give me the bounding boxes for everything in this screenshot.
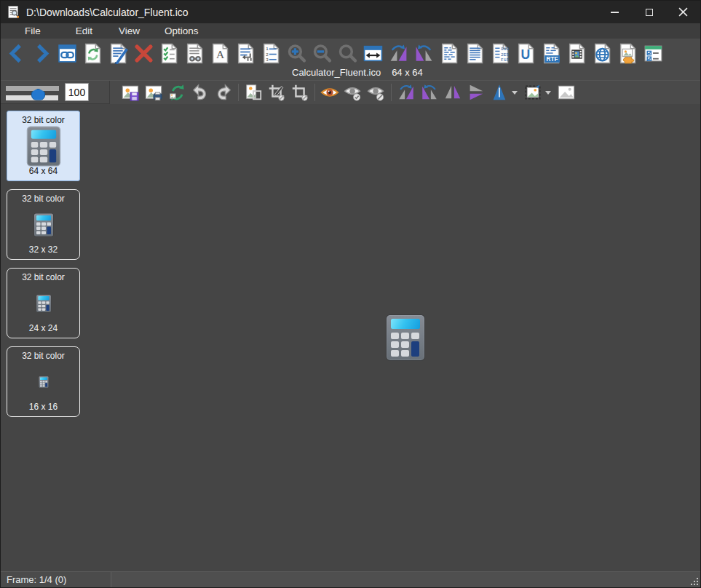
crop-alt-icon [290, 83, 309, 102]
plain-image-icon [557, 83, 576, 102]
font-document-icon: A [210, 43, 231, 64]
zoom-in-button[interactable] [284, 41, 309, 65]
titlebar: D:\Downloads\Calculator_Fluent.ico [1, 1, 700, 23]
caption-dimensions: 64 x 64 [392, 67, 423, 78]
save-image-button[interactable] [119, 82, 142, 103]
image-canvas[interactable] [110, 104, 700, 571]
media-mode-button[interactable] [564, 41, 590, 65]
hide-image-button[interactable] [365, 82, 388, 103]
resize-grip-icon[interactable] [689, 576, 698, 585]
frame-thumbnail-24[interactable]: 32 bit color 24 x 24 [7, 268, 80, 338]
plugins-mode-button[interactable] [615, 41, 641, 65]
close-button[interactable] [666, 1, 700, 23]
fit-to-window-button[interactable] [360, 41, 386, 65]
main-toolbar: A 1 2 3 [1, 39, 700, 80]
dropdown-caret-icon[interactable] [545, 91, 551, 95]
frame-size: 24 x 24 [7, 323, 79, 333]
export-image-button[interactable] [142, 82, 165, 103]
follow-link-button[interactable] [55, 41, 80, 65]
unicode-mode-button[interactable]: U [513, 41, 539, 65]
main-area: 32 bit color 64 x 64 32 bit co [1, 104, 700, 571]
rotate-right-button[interactable] [411, 41, 437, 65]
svg-text:F1F: F1F [501, 57, 509, 63]
minimize-icon [611, 12, 619, 13]
frame-status: Frame: 1/4 (0) [1, 572, 111, 587]
options-button[interactable] [641, 41, 666, 65]
flip-vertical-button[interactable] [464, 82, 488, 103]
rotate-right-icon [413, 43, 435, 64]
delete-file-button[interactable] [131, 41, 157, 65]
zoom-panel [1, 81, 110, 104]
calculator-screen [391, 319, 420, 329]
redo-button[interactable] [212, 82, 235, 103]
rtf-mode-button[interactable]: RTF [539, 41, 564, 65]
wrap-document-icon [235, 43, 256, 64]
sharpen-button[interactable] [488, 82, 511, 103]
menu-view[interactable]: View [119, 25, 140, 36]
flip-horizontal-button[interactable] [441, 82, 464, 103]
menu-file[interactable]: File [25, 25, 41, 36]
view-options-button[interactable] [341, 82, 365, 103]
zoom-slider-track [6, 86, 59, 91]
minimize-button[interactable] [598, 1, 632, 23]
zoom-value-input[interactable] [65, 83, 89, 101]
selection-tool-button[interactable] [521, 82, 544, 103]
dropdown-caret-icon[interactable] [512, 91, 518, 95]
line-numbers-button[interactable]: 1 2 3 [258, 41, 284, 65]
frame-thumbnail-64[interactable]: 32 bit color 64 x 64 [7, 111, 80, 181]
rotate-left-button[interactable] [386, 41, 411, 65]
window-controls [598, 1, 700, 23]
rotate-left-icon [388, 43, 409, 64]
image-properties-button[interactable] [555, 82, 578, 103]
calculator-image [387, 315, 424, 360]
maximize-button[interactable] [632, 1, 666, 23]
word-wrap-button[interactable] [233, 41, 258, 65]
crop-button[interactable] [265, 82, 288, 103]
rotate-image-right-button[interactable] [418, 82, 441, 103]
font-button[interactable]: A [207, 41, 233, 65]
zoom-custom-button[interactable] [335, 41, 360, 65]
sharpen-icon [490, 83, 509, 102]
frame-thumbnail-16[interactable]: 32 bit color 16 x 16 [7, 346, 80, 417]
crop-selection-button[interactable] [288, 82, 312, 103]
save-image-icon [121, 83, 140, 102]
flip-horizontal-icon [443, 83, 462, 102]
reload-file-button[interactable] [80, 41, 106, 65]
statusbar: Frame: 1/4 (0) [1, 571, 700, 587]
back-button[interactable] [4, 41, 29, 65]
menu-options[interactable]: Options [165, 25, 199, 36]
reload-document-icon [82, 43, 103, 64]
plain-text-mode-button[interactable] [462, 41, 488, 65]
fit-width-icon [363, 43, 384, 64]
hex-mode-button[interactable]: 010 2E5 F1F [488, 41, 513, 65]
show-image-button[interactable] [318, 82, 341, 103]
rotate-image-left-button[interactable] [395, 82, 418, 103]
svg-text:010: 010 [501, 47, 509, 52]
window-title: D:\Downloads\Calculator_Fluent.ico [26, 7, 189, 18]
zoom-out-icon [312, 43, 333, 64]
forward-button[interactable] [29, 41, 55, 65]
zoom-slider[interactable] [6, 84, 60, 101]
frame-thumbnail-32[interactable]: 32 bit color 32 x 32 [7, 189, 80, 260]
file-list-button[interactable] [157, 41, 182, 65]
text-mode-button[interactable] [437, 41, 462, 65]
canvas-size-button[interactable] [242, 82, 265, 103]
find-document-icon [184, 43, 205, 64]
toolbar-separator [391, 84, 392, 101]
edit-file-button[interactable] [106, 41, 131, 65]
internet-mode-button[interactable] [590, 41, 615, 65]
calculator-keys [31, 141, 55, 162]
delete-icon [133, 43, 154, 64]
selection-image-icon [523, 83, 542, 102]
calculator-icon [36, 295, 51, 312]
edit-document-icon [108, 43, 129, 64]
reload-image-button[interactable] [165, 82, 189, 103]
find-button[interactable] [182, 41, 207, 65]
menu-edit[interactable]: Edit [76, 25, 92, 36]
frame-size: 16 x 16 [7, 402, 79, 412]
text-mode-icon [439, 43, 460, 64]
zoom-out-button[interactable] [309, 41, 335, 65]
toolbar-separator [314, 84, 315, 101]
rotate-right-image-icon [420, 83, 439, 102]
undo-button[interactable] [189, 82, 212, 103]
